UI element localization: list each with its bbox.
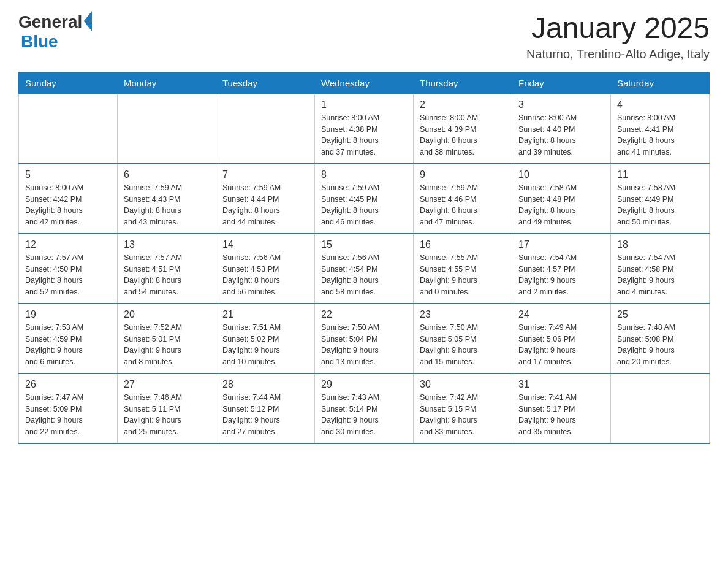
calendar-cell: 31Sunrise: 7:41 AMSunset: 5:17 PMDayligh… bbox=[512, 373, 611, 443]
day-number: 8 bbox=[321, 169, 407, 180]
week-row-0: 1Sunrise: 8:00 AMSunset: 4:38 PMDaylight… bbox=[19, 94, 710, 164]
day-number: 3 bbox=[518, 99, 604, 110]
day-number: 2 bbox=[420, 99, 506, 110]
day-info: Sunrise: 7:44 AMSunset: 5:12 PMDaylight:… bbox=[222, 392, 308, 438]
day-info: Sunrise: 7:47 AMSunset: 5:09 PMDaylight:… bbox=[25, 392, 111, 438]
calendar-cell bbox=[118, 94, 216, 164]
day-number: 1 bbox=[321, 99, 407, 110]
day-info: Sunrise: 7:59 AMSunset: 4:46 PMDaylight:… bbox=[420, 182, 506, 228]
calendar-cell: 14Sunrise: 7:56 AMSunset: 4:53 PMDayligh… bbox=[216, 234, 315, 304]
calendar-cell: 22Sunrise: 7:50 AMSunset: 5:04 PMDayligh… bbox=[315, 304, 414, 373]
calendar-cell: 10Sunrise: 7:58 AMSunset: 4:48 PMDayligh… bbox=[512, 164, 611, 234]
day-info: Sunrise: 7:54 AMSunset: 4:58 PMDaylight:… bbox=[617, 252, 703, 298]
day-info: Sunrise: 7:48 AMSunset: 5:08 PMDaylight:… bbox=[617, 322, 703, 368]
day-info: Sunrise: 7:55 AMSunset: 4:55 PMDaylight:… bbox=[420, 252, 506, 298]
day-info: Sunrise: 7:41 AMSunset: 5:17 PMDaylight:… bbox=[518, 392, 604, 438]
day-number: 25 bbox=[617, 309, 703, 320]
header-friday: Friday bbox=[512, 72, 611, 94]
calendar-cell: 19Sunrise: 7:53 AMSunset: 4:59 PMDayligh… bbox=[19, 304, 118, 373]
header-sunday: Sunday bbox=[19, 72, 118, 94]
logo: General Blue bbox=[18, 12, 92, 52]
day-number: 22 bbox=[321, 309, 407, 320]
day-number: 15 bbox=[321, 239, 407, 250]
calendar-cell: 26Sunrise: 7:47 AMSunset: 5:09 PMDayligh… bbox=[19, 373, 118, 443]
day-number: 24 bbox=[518, 309, 604, 320]
calendar-cell: 11Sunrise: 7:58 AMSunset: 4:49 PMDayligh… bbox=[611, 164, 710, 234]
calendar-cell: 17Sunrise: 7:54 AMSunset: 4:57 PMDayligh… bbox=[512, 234, 611, 304]
header-thursday: Thursday bbox=[414, 72, 512, 94]
day-info: Sunrise: 7:52 AMSunset: 5:01 PMDaylight:… bbox=[124, 322, 210, 368]
calendar-cell: 21Sunrise: 7:51 AMSunset: 5:02 PMDayligh… bbox=[216, 304, 315, 373]
calendar-cell: 7Sunrise: 7:59 AMSunset: 4:44 PMDaylight… bbox=[216, 164, 315, 234]
calendar-subtitle: Naturno, Trentino-Alto Adige, Italy bbox=[526, 47, 710, 61]
day-info: Sunrise: 7:59 AMSunset: 4:45 PMDaylight:… bbox=[321, 182, 407, 228]
calendar-cell bbox=[216, 94, 315, 164]
logo-blue: Blue bbox=[21, 32, 58, 52]
day-number: 13 bbox=[124, 239, 210, 250]
day-number: 16 bbox=[420, 239, 506, 250]
calendar-cell: 1Sunrise: 8:00 AMSunset: 4:38 PMDaylight… bbox=[315, 94, 414, 164]
day-info: Sunrise: 8:00 AMSunset: 4:39 PMDaylight:… bbox=[420, 112, 506, 158]
calendar-cell: 4Sunrise: 8:00 AMSunset: 4:41 PMDaylight… bbox=[611, 94, 710, 164]
day-number: 17 bbox=[518, 239, 604, 250]
calendar-cell: 13Sunrise: 7:57 AMSunset: 4:51 PMDayligh… bbox=[118, 234, 216, 304]
day-number: 28 bbox=[222, 379, 308, 390]
day-info: Sunrise: 7:54 AMSunset: 4:57 PMDaylight:… bbox=[518, 252, 604, 298]
logo-general: General bbox=[18, 12, 82, 32]
calendar-cell: 28Sunrise: 7:44 AMSunset: 5:12 PMDayligh… bbox=[216, 373, 315, 443]
day-number: 14 bbox=[222, 239, 308, 250]
calendar-cell: 23Sunrise: 7:50 AMSunset: 5:05 PMDayligh… bbox=[414, 304, 512, 373]
day-info: Sunrise: 7:51 AMSunset: 5:02 PMDaylight:… bbox=[222, 322, 308, 368]
day-number: 20 bbox=[124, 309, 210, 320]
calendar-cell: 24Sunrise: 7:49 AMSunset: 5:06 PMDayligh… bbox=[512, 304, 611, 373]
calendar-cell: 30Sunrise: 7:42 AMSunset: 5:15 PMDayligh… bbox=[414, 373, 512, 443]
day-info: Sunrise: 7:46 AMSunset: 5:11 PMDaylight:… bbox=[124, 392, 210, 438]
day-number: 7 bbox=[222, 169, 308, 180]
day-number: 11 bbox=[617, 169, 703, 180]
day-number: 30 bbox=[420, 379, 506, 390]
day-number: 19 bbox=[25, 309, 111, 320]
calendar-cell bbox=[19, 94, 118, 164]
header-monday: Monday bbox=[118, 72, 216, 94]
day-info: Sunrise: 7:57 AMSunset: 4:50 PMDaylight:… bbox=[25, 252, 111, 298]
day-info: Sunrise: 7:58 AMSunset: 4:48 PMDaylight:… bbox=[518, 182, 604, 228]
calendar-cell: 27Sunrise: 7:46 AMSunset: 5:11 PMDayligh… bbox=[118, 373, 216, 443]
day-number: 10 bbox=[518, 169, 604, 180]
calendar-cell: 16Sunrise: 7:55 AMSunset: 4:55 PMDayligh… bbox=[414, 234, 512, 304]
day-number: 27 bbox=[124, 379, 210, 390]
day-number: 12 bbox=[25, 239, 111, 250]
day-info: Sunrise: 7:56 AMSunset: 4:53 PMDaylight:… bbox=[222, 252, 308, 298]
day-info: Sunrise: 7:56 AMSunset: 4:54 PMDaylight:… bbox=[321, 252, 407, 298]
day-info: Sunrise: 7:57 AMSunset: 4:51 PMDaylight:… bbox=[124, 252, 210, 298]
day-number: 23 bbox=[420, 309, 506, 320]
header-tuesday: Tuesday bbox=[216, 72, 315, 94]
day-number: 26 bbox=[25, 379, 111, 390]
header: General Blue January 2025 Naturno, Trent… bbox=[18, 12, 710, 61]
day-number: 4 bbox=[617, 99, 703, 110]
calendar-cell: 6Sunrise: 7:59 AMSunset: 4:43 PMDaylight… bbox=[118, 164, 216, 234]
calendar-cell: 20Sunrise: 7:52 AMSunset: 5:01 PMDayligh… bbox=[118, 304, 216, 373]
day-info: Sunrise: 8:00 AMSunset: 4:42 PMDaylight:… bbox=[25, 182, 111, 228]
day-number: 29 bbox=[321, 379, 407, 390]
calendar-cell: 15Sunrise: 7:56 AMSunset: 4:54 PMDayligh… bbox=[315, 234, 414, 304]
day-info: Sunrise: 7:43 AMSunset: 5:14 PMDaylight:… bbox=[321, 392, 407, 438]
day-number: 31 bbox=[518, 379, 604, 390]
header-saturday: Saturday bbox=[611, 72, 710, 94]
day-info: Sunrise: 8:00 AMSunset: 4:38 PMDaylight:… bbox=[321, 112, 407, 158]
calendar-cell: 8Sunrise: 7:59 AMSunset: 4:45 PMDaylight… bbox=[315, 164, 414, 234]
day-info: Sunrise: 7:50 AMSunset: 5:04 PMDaylight:… bbox=[321, 322, 407, 368]
day-info: Sunrise: 7:42 AMSunset: 5:15 PMDaylight:… bbox=[420, 392, 506, 438]
day-info: Sunrise: 7:49 AMSunset: 5:06 PMDaylight:… bbox=[518, 322, 604, 368]
day-number: 18 bbox=[617, 239, 703, 250]
day-info: Sunrise: 7:59 AMSunset: 4:44 PMDaylight:… bbox=[222, 182, 308, 228]
calendar-title: January 2025 bbox=[526, 12, 710, 45]
calendar-cell: 29Sunrise: 7:43 AMSunset: 5:14 PMDayligh… bbox=[315, 373, 414, 443]
week-row-1: 5Sunrise: 8:00 AMSunset: 4:42 PMDaylight… bbox=[19, 164, 710, 234]
title-area: January 2025 Naturno, Trentino-Alto Adig… bbox=[526, 12, 710, 61]
day-info: Sunrise: 7:59 AMSunset: 4:43 PMDaylight:… bbox=[124, 182, 210, 228]
header-wednesday: Wednesday bbox=[315, 72, 414, 94]
calendar-cell: 5Sunrise: 8:00 AMSunset: 4:42 PMDaylight… bbox=[19, 164, 118, 234]
calendar-cell: 12Sunrise: 7:57 AMSunset: 4:50 PMDayligh… bbox=[19, 234, 118, 304]
day-info: Sunrise: 8:00 AMSunset: 4:40 PMDaylight:… bbox=[518, 112, 604, 158]
week-row-4: 26Sunrise: 7:47 AMSunset: 5:09 PMDayligh… bbox=[19, 373, 710, 443]
